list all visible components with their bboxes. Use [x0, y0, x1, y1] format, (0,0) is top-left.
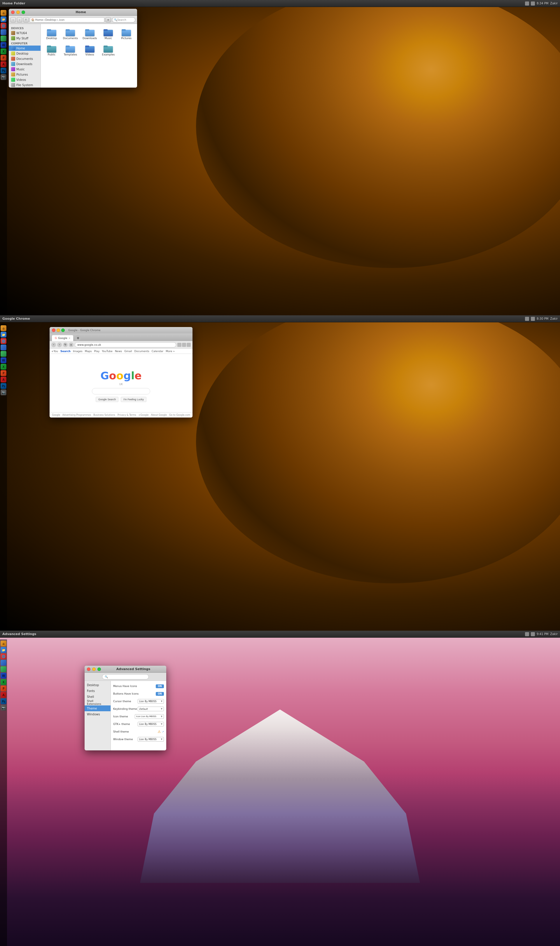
- dock-photoshop-button[interactable]: Ps: [1, 68, 6, 74]
- sidebar-item-documents[interactable]: Documents: [9, 56, 40, 61]
- new-tab-button[interactable]: +: [75, 335, 81, 341]
- bookmark-images[interactable]: Images: [73, 350, 83, 353]
- forward-button[interactable]: ›: [17, 17, 22, 23]
- dock-browser-button[interactable]: 🌐: [1, 23, 6, 29]
- dock-files-button[interactable]: 📁: [1, 16, 6, 22]
- shell-theme-link[interactable]: ↗: [162, 730, 164, 733]
- dock-blue-button[interactable]: [1, 29, 6, 35]
- dock-home-2[interactable]: ⌂: [1, 325, 6, 331]
- chrome-refresh-button[interactable]: ↻: [63, 343, 68, 347]
- google-search-bar[interactable]: [92, 388, 150, 395]
- breadcrumb-desktop[interactable]: Desktop: [45, 19, 56, 21]
- chrome-back-button[interactable]: ‹: [51, 343, 56, 347]
- star-icon[interactable]: [182, 343, 186, 347]
- sidebar-item-desktop[interactable]: Desktop: [9, 51, 40, 56]
- settings-nav-shell-ext[interactable]: Shell Extensions: [85, 699, 111, 705]
- chrome-home-button[interactable]: ⌂: [69, 343, 74, 347]
- footer-goto[interactable]: Go to Google.com: [169, 414, 190, 417]
- settings-nav-shell[interactable]: Shell: [85, 694, 111, 699]
- settings-nav-windows[interactable]: Windows: [85, 711, 111, 717]
- sidebar-item-videos[interactable]: Videos: [9, 77, 40, 82]
- icon-theme-dropdown[interactable]: Icon Lion By MB0SS ▼: [135, 714, 164, 719]
- minimize-button[interactable]: [16, 11, 20, 14]
- dock-excel-3[interactable]: X: [1, 679, 6, 685]
- sidebar-item-filesystem[interactable]: File System: [9, 82, 40, 88]
- sidebar-item-device-w7u64[interactable]: W7U64: [9, 30, 40, 35]
- bookmark-plus-you[interactable]: +You: [51, 350, 58, 353]
- google-search-button[interactable]: Google Search: [96, 397, 118, 402]
- sidebar-item-pictures[interactable]: Pictures: [9, 72, 40, 77]
- dock-green-3[interactable]: [1, 666, 6, 672]
- settings-search-box[interactable]: 🔍: [102, 674, 149, 679]
- google-search-input[interactable]: [95, 389, 147, 393]
- folder-documents[interactable]: Documents: [62, 27, 79, 41]
- breadcrumb-icon[interactable]: .icon: [58, 19, 65, 21]
- chrome-maximize-button[interactable]: [61, 329, 65, 332]
- up-button[interactable]: ↑: [23, 17, 29, 23]
- dock-blue-3[interactable]: [1, 660, 6, 666]
- sidebar-item-mystuff[interactable]: My Stuff: [9, 35, 40, 41]
- settings-nav-desktop[interactable]: Desktop: [85, 682, 111, 688]
- dock-ps-3[interactable]: Ps: [1, 698, 6, 704]
- bookmark-calendar[interactable]: Calendar: [152, 350, 163, 353]
- menus-icons-toggle[interactable]: ON: [156, 684, 164, 688]
- dock-camera-button[interactable]: 📷: [1, 74, 6, 80]
- sidebar-item-home[interactable]: Home: [9, 46, 40, 51]
- bookmark-youtube[interactable]: YouTube: [102, 350, 112, 353]
- cursor-theme-dropdown[interactable]: Lion By MB0SS ▼: [138, 699, 164, 704]
- dock-ppt-2[interactable]: P: [1, 370, 6, 376]
- gtk-theme-dropdown[interactable]: Lion By MB0SS ▼: [138, 722, 164, 727]
- dock-green-2[interactable]: [1, 351, 6, 357]
- sidebar-item-music[interactable]: Music: [9, 66, 40, 72]
- dock-home-button[interactable]: ⌂: [1, 10, 6, 16]
- dock-camera-3[interactable]: 📷: [1, 705, 6, 711]
- dock-excel-2[interactable]: X: [1, 364, 6, 370]
- bookmark-news[interactable]: News: [115, 350, 122, 353]
- folder-templates[interactable]: Templates: [62, 43, 79, 57]
- dock-green-button[interactable]: [1, 35, 6, 42]
- view-toggle[interactable]: ≡: [106, 17, 111, 23]
- dock-files-2[interactable]: 📁: [1, 332, 6, 338]
- dock-ppt-button[interactable]: P: [1, 55, 6, 61]
- window-theme-dropdown[interactable]: Lion By MB0SS ▼: [138, 737, 164, 742]
- settings-nav-fonts[interactable]: Fonts: [85, 688, 111, 694]
- dock-word-3[interactable]: W: [1, 673, 6, 679]
- footer-plus-google[interactable]: +Google: [138, 414, 149, 417]
- footer-about[interactable]: About Google: [151, 414, 167, 417]
- folder-desktop[interactable]: Desktop: [44, 27, 60, 41]
- dock-ps-2[interactable]: Ps: [1, 383, 6, 389]
- bookmark-icon[interactable]: [177, 343, 182, 347]
- folder-public[interactable]: Public: [44, 43, 60, 57]
- folder-pictures[interactable]: Pictures: [118, 27, 134, 41]
- footer-advertising[interactable]: Advertising Programmes: [62, 414, 91, 417]
- chrome-tab-google[interactable]: G Google ×: [52, 335, 73, 341]
- maximize-button[interactable]: [22, 11, 25, 14]
- dock-word-2[interactable]: W: [1, 357, 6, 363]
- close-button[interactable]: [11, 11, 15, 14]
- chrome-forward-button[interactable]: ›: [57, 343, 62, 347]
- dock-browser-2[interactable]: 🌐: [1, 338, 6, 344]
- buttons-icons-toggle[interactable]: ON: [156, 692, 164, 696]
- folder-music[interactable]: Music: [101, 27, 116, 41]
- dock-browser-3[interactable]: 🌐: [1, 653, 6, 659]
- footer-privacy[interactable]: Privacy & Terms: [117, 414, 136, 417]
- folder-examples[interactable]: Examples: [101, 43, 116, 57]
- bookmark-documents[interactable]: Documents: [134, 350, 149, 353]
- dock-blue-2[interactable]: [1, 344, 6, 350]
- back-button[interactable]: ‹: [11, 17, 16, 23]
- dock-acrobat-2[interactable]: A: [1, 377, 6, 383]
- dock-excel-button[interactable]: X: [1, 48, 6, 54]
- folder-videos[interactable]: Videos: [82, 43, 98, 57]
- dock-word-button[interactable]: W: [1, 42, 6, 48]
- dock-acrobat-3[interactable]: A: [1, 692, 6, 698]
- dock-acrobat-button[interactable]: A: [1, 61, 6, 67]
- dock-camera-2[interactable]: 📷: [1, 389, 6, 395]
- folder-downloads[interactable]: Downloads: [82, 27, 98, 41]
- dock-ppt-3[interactable]: P: [1, 685, 6, 691]
- search-box[interactable]: 🔍 Search: [112, 17, 135, 23]
- sidebar-item-downloads[interactable]: Downloads: [9, 61, 40, 66]
- dock-home-3[interactable]: ⌂: [1, 640, 6, 647]
- dock-files-3[interactable]: 📁: [1, 647, 6, 653]
- keybinding-dropdown[interactable]: Default ▼: [138, 707, 164, 711]
- bookmark-play[interactable]: Play: [94, 350, 100, 353]
